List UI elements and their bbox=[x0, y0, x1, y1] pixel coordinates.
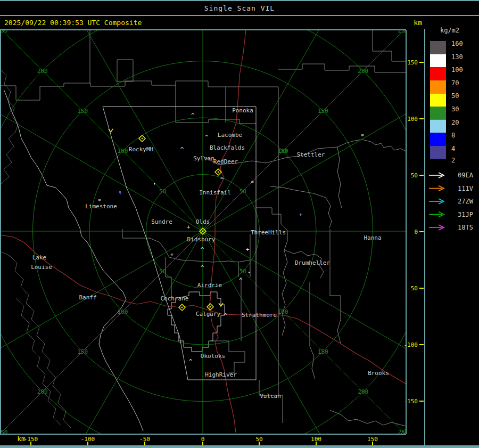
map-dot-marker bbox=[249, 272, 250, 273]
window-title: Single_Scan_VIL bbox=[204, 4, 275, 12]
town-label-cochrane: Cochrane bbox=[161, 295, 189, 302]
town-label-highriver: HighRiver bbox=[205, 371, 237, 378]
legend-swatch-70 bbox=[430, 80, 446, 94]
map-plus-marker: + bbox=[299, 211, 303, 218]
town-label-rockymh: RockyMH bbox=[129, 146, 153, 153]
range-label-150: 150 bbox=[77, 348, 88, 355]
range-label-50: 50 bbox=[159, 188, 166, 195]
legend-swatch-50 bbox=[430, 93, 446, 107]
legend-swatch-4 bbox=[430, 146, 446, 159]
town-label-sylvan: Sylvan bbox=[193, 155, 214, 162]
town-label-hanna: Hanna bbox=[364, 234, 381, 241]
storm-cell-center-dot bbox=[218, 172, 219, 173]
town-label-vulcan: Vulcan bbox=[260, 393, 281, 400]
bottom-axis-tick-label: 0 bbox=[201, 436, 205, 443]
map-dot-marker bbox=[154, 183, 155, 184]
title-bar-bottom-border bbox=[0, 15, 479, 16]
storm-track-id-111V: 111V bbox=[458, 185, 473, 192]
right-axis-tick-label: -50 bbox=[407, 285, 418, 292]
town-label-sundre: Sundre bbox=[151, 218, 172, 225]
legend-value-30: 30 bbox=[451, 105, 459, 113]
map-star-marker: * bbox=[98, 198, 102, 205]
storm-track-id-27ZW: 27ZW bbox=[458, 198, 474, 205]
legend-swatch-30 bbox=[430, 107, 446, 120]
town-label-innisfail: Innisfail bbox=[199, 189, 231, 196]
map-star-marker: * bbox=[361, 133, 365, 140]
right-axis-tick-label: 0 bbox=[414, 229, 418, 235]
storm-track-id-18TS: 18TS bbox=[458, 224, 473, 231]
range-label-50: 50 bbox=[159, 268, 166, 275]
right-axis-tick-label: -150 bbox=[404, 398, 418, 405]
radar-application-window: Single_Scan_VIL 2025/09/22 00:39:53 UTC … bbox=[0, 0, 479, 448]
range-label-100: 100 bbox=[117, 148, 128, 154]
storm-track-id-31JP: 31JP bbox=[458, 211, 473, 218]
legend-value-130: 130 bbox=[451, 53, 463, 61]
bottom-axis-tick-label: 100 bbox=[311, 436, 321, 443]
bottom-axis: km -150-100-50050100150 bbox=[17, 435, 378, 445]
storm-cell-center-dot bbox=[142, 138, 143, 139]
bottom-axis-tick-label: -150 bbox=[24, 436, 38, 443]
legend-unit-label: kg/m2 bbox=[440, 27, 459, 34]
map-plus-marker: + bbox=[187, 224, 191, 231]
legend-value-70: 70 bbox=[451, 79, 459, 87]
storm-cell-center-dot bbox=[202, 231, 203, 232]
right-axis-tick-label: 100 bbox=[407, 116, 418, 123]
town-label-airdrie: Airdrie bbox=[197, 282, 222, 289]
bottom-axis-tick-label: 150 bbox=[367, 436, 378, 443]
town-label-reddeer: RedDeer bbox=[213, 158, 238, 165]
town-label-strathmore: Strathmore bbox=[242, 312, 277, 319]
map-caret-marker: ^ bbox=[201, 264, 204, 271]
vil-echo bbox=[120, 193, 121, 194]
storm-cell-center-dot bbox=[181, 307, 183, 308]
title-bar: Single_Scan_VIL bbox=[0, 0, 479, 16]
town-label-brooks: Brooks bbox=[368, 370, 389, 377]
legend-swatch-160 bbox=[430, 41, 446, 54]
range-label-100: 100 bbox=[117, 308, 128, 315]
legend-swatch-8 bbox=[430, 133, 446, 146]
town-label-didsbury: Didsbury bbox=[187, 236, 216, 243]
town-label-threehills: ThreeHills bbox=[251, 229, 286, 236]
range-label-150: 150 bbox=[318, 348, 328, 355]
range-label-100: 100 bbox=[278, 308, 288, 315]
right-axis-tick-label: 150 bbox=[407, 59, 418, 66]
title-bar-top-border bbox=[0, 0, 479, 1]
town-label-stettler: Stettler bbox=[297, 151, 325, 158]
legend-swatch-20 bbox=[430, 120, 446, 133]
legend-value-min: 2 bbox=[451, 157, 455, 164]
storm-cell-center-dot bbox=[210, 306, 211, 307]
bottom-axis-tick-label: 50 bbox=[255, 436, 262, 443]
bottom-axis-tick-label: -50 bbox=[139, 436, 150, 443]
town-label-banff: Banff bbox=[79, 294, 96, 301]
town-label-blackfalds: Blackfalds bbox=[210, 144, 245, 151]
radar-display: Single_Scan_VIL 2025/09/22 00:39:53 UTC … bbox=[0, 0, 479, 448]
map-caret-marker: ^ bbox=[180, 146, 184, 153]
town-label-okotoks: Okotoks bbox=[201, 353, 225, 360]
range-label-200: 200 bbox=[358, 388, 368, 395]
town-label-louise: Louise bbox=[31, 264, 52, 271]
map-caret-marker: ^ bbox=[205, 134, 209, 141]
storm-track-id-09EA: 09EA bbox=[458, 172, 474, 179]
range-label-250: 250 bbox=[0, 27, 7, 34]
range-label-150: 150 bbox=[77, 108, 88, 115]
bottom-axis-tick-label: -100 bbox=[81, 436, 95, 443]
legend-value-8: 8 bbox=[451, 132, 455, 139]
map-canvas[interactable]: 5050505010010010010015015015015020020020… bbox=[0, 0, 479, 448]
town-label-calgary: Calgary bbox=[196, 311, 221, 317]
town-label-drumheller: Drumheller bbox=[295, 259, 331, 266]
range-label-50: 50 bbox=[240, 188, 246, 195]
range-label-200: 200 bbox=[37, 388, 48, 395]
legend-storm-tracks: 09EA111V27ZW31JP18TS bbox=[429, 172, 474, 231]
map-caret-marker: ^ bbox=[239, 277, 243, 284]
town-label-lacombe: Lacombe bbox=[218, 132, 242, 139]
range-label-50: 50 bbox=[240, 268, 246, 275]
map-caret-marker: ^ bbox=[220, 176, 224, 183]
town-label-ponoka: Ponoka bbox=[232, 107, 253, 114]
map-caret-marker: ^ bbox=[189, 358, 193, 365]
map-plus-marker: + bbox=[170, 251, 174, 258]
bottom-strip bbox=[0, 445, 479, 448]
map-caret-marker: ^ bbox=[224, 312, 228, 319]
legend-value-20: 20 bbox=[451, 119, 459, 126]
legend-panel: kg/m2 16013010070503020842 09EA111V27ZW3… bbox=[429, 27, 474, 231]
right-axis-tick-label: 50 bbox=[411, 172, 418, 179]
right-axis-tick-label: -100 bbox=[404, 341, 418, 348]
